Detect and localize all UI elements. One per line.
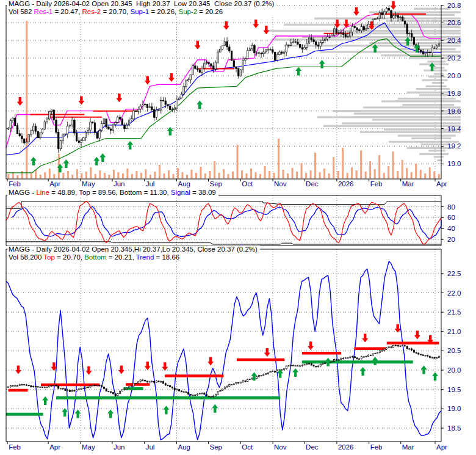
y-axis-label: 40 [447,225,455,232]
sell-arrow-icon [207,357,214,365]
y-axis-label: 20.0 [447,366,461,374]
x-axis-label: May [82,443,95,451]
header-text-run: Trend [136,253,154,261]
sell-arrow-icon [353,7,359,16]
buy-arrow-icon [405,37,411,45]
buy-arrow-icon [295,67,301,76]
x-axis-label: Jun [114,180,125,187]
x-axis-label: Oct [242,180,253,187]
sell-arrow-icon [15,365,21,374]
header-text-run: = 20.26, [149,8,178,15]
y-axis-label: 20.4 [447,37,461,44]
y-axis-label: 19.0 [447,405,461,412]
header-text-run: Vol 58,200 [9,253,43,261]
x-axis-label: Apr [436,180,447,187]
x-axis-label: Dec [306,443,318,451]
header-text-run: = 20.70, [101,8,130,15]
sell-arrow-icon [195,41,201,49]
sell-arrow-icon [17,97,23,106]
chart-canvas [0,0,476,455]
x-axis-label: Sep [210,180,222,187]
buy-arrow-icon [292,368,298,377]
sell-arrow-icon [414,330,420,339]
x-axis-label: Nov [274,443,286,451]
y-axis-label: 18.5 [447,424,461,432]
sell-arrow-icon [145,362,151,370]
sell-arrow-icon [253,20,259,28]
x-axis-label: Nov [274,180,286,187]
y-axis-label: 20 [447,236,455,243]
y-axis-ticks [441,5,444,164]
buy-arrow-icon [432,372,438,380]
y-axis-label: 22.5 [447,270,461,277]
y-axis-label: 19.0 [447,160,461,167]
buy-arrow-icon [212,404,218,413]
buy-arrow-icon [127,141,133,150]
y-axis-label: 20.2 [447,54,461,62]
y-axis-label: 60 [447,214,455,221]
x-axis-label: Apr [49,180,60,187]
signal-arrows [15,324,438,418]
y-axis-label: 22.0 [447,289,461,297]
sell-arrow-icon [362,334,368,343]
header-text-run: Res-1 [34,8,53,15]
trend-wave-blue [6,261,441,440]
oscillator-panel-header: MAGG - Line = 48.89, Top = 89.56, Bottom… [7,189,218,197]
buy-arrow-icon [62,408,68,417]
price-panel-title-line-1: MAGG - Daily 2026-04-02 Open 20.345 High… [9,0,274,8]
sell-arrow-icon [168,73,175,82]
header-text-run: Signal [171,189,190,196]
y-axis-label: 19.6 [447,107,461,115]
sell-arrow-icon [395,324,401,333]
header-text-run: = 38.09 [190,189,216,196]
header-text-run: Bottom [84,253,106,261]
sell-arrow-icon [116,93,122,102]
header-text-run: Sup-2 [178,8,197,15]
support-line-2 [6,38,441,172]
buy-arrow-icon [167,127,173,136]
price-panel-title-line-2: Vol 582 Res-1 = 20.47, Res-2 = 20.70, Su… [9,8,274,16]
y-axis-label: 19.4 [447,125,461,133]
volume-profile [265,8,461,161]
y-axis-label: 80 [447,203,455,211]
y-axis-label: 19.2 [447,142,461,150]
buy-arrow-icon [99,153,106,162]
x-axis-label: Dec [306,180,318,187]
panel-border [6,249,441,442]
sell-arrow-icon [391,1,397,10]
cycle-panel-title-line-2: Vol 58,200 Top = 20.70, Bottom = 20.21, … [9,253,258,261]
bottom-band-line [6,242,441,244]
header-text-run: Res-2 [82,8,101,15]
gridlines [6,249,441,442]
panel-border [6,195,441,246]
x-axis-label: 2026 [338,180,354,187]
y-axis-ticks [441,274,444,428]
y-axis-label: 19.5 [447,386,461,393]
header-text-run: Vol 582 [9,8,34,15]
x-axis-label: 2026 [338,443,354,451]
x-axis-label: Jun [114,443,125,451]
header-text-run: = 20.47, [52,8,82,15]
buy-arrow-icon [163,406,169,414]
header-text-run: = 18.66 [154,253,179,261]
header-text-run: Sup-1 [131,8,150,15]
header-text-run: MAGG - Daily 2026-04-02 Open 20.345,Hi 2… [9,246,258,253]
x-axis-label: Jul [146,180,155,187]
sell-arrow-icon [162,362,168,371]
sell-arrow-icon [85,366,92,375]
x-axis-label: Feb [9,443,21,451]
header-text-run: Top [43,253,55,261]
x-axis-label: Apr [436,443,447,451]
sell-arrow-icon [78,96,84,105]
chart-window: MAGG - Daily 2026-04-02 Open 20.345 High… [0,0,476,455]
x-axis-label: Aug [178,180,190,187]
x-axis-label: Feb [370,180,383,187]
buy-arrow-icon [420,365,427,374]
price-panel-header: MAGG - Daily 2026-04-02 Open 20.345 High… [7,0,276,16]
sell-arrow-icon [264,348,270,357]
header-text-run: Line [36,189,49,196]
y-axis-label: 21.0 [447,328,461,335]
x-axis-label: Mar [402,443,414,451]
x-axis-label: Apr [49,443,60,451]
x-axis-label: May [82,180,95,187]
